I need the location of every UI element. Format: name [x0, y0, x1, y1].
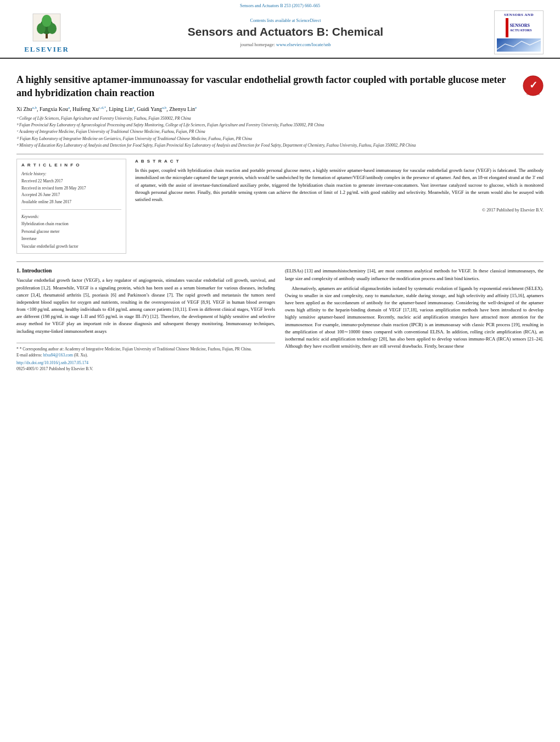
keyword-2: Personal glucose meter: [21, 228, 121, 236]
email-link[interactable]: hfxu84@163.com: [43, 353, 73, 358]
info-abstract-columns: A R T I C L E I N F O Article history: R…: [16, 154, 544, 254]
abstract-header: A B S T R A C T: [135, 159, 544, 164]
authors-line: Xi Zhua,b, Fangxia Koua, Huifeng Xuc,d,*…: [16, 105, 544, 112]
keyword-1: Hybridization chain reaction: [21, 220, 121, 228]
footnote-star: * * Corresponding author at: Academy of …: [16, 346, 275, 352]
publisher-line: 0925-4005/© 2017 Published by Elsevier B…: [16, 366, 275, 371]
sensors-actuators-block: SENSORS ACTUATORS: [506, 18, 531, 37]
footnote-email: E-mail address: hfxu84@163.com (H. Xu).: [16, 352, 275, 358]
elsevier-logo: ELSEVIER: [16, 11, 77, 54]
svg-point-5: [42, 15, 52, 27]
sciencedirect-link[interactable]: ScienceDirect: [296, 18, 321, 23]
email-label: E-mail address:: [16, 353, 42, 358]
abstract-text: In this paper, coupled with hybridizatio…: [135, 167, 544, 203]
section-num: 1.: [16, 267, 21, 274]
sensors-line2: ACTUATORS: [509, 28, 531, 32]
body-left-column: 1. Introduction Vascular endothelial gro…: [16, 267, 275, 371]
sensors-actuators-logo: SENSORS AND SENSORS ACTUATORS: [494, 10, 544, 54]
intro-body-text: Vascular endothelial growth factor (VEGF…: [16, 277, 275, 334]
sensors-chart-icon: [497, 38, 541, 52]
right-para1: (ELISAs) [13] and immunohistochemistry […: [285, 267, 544, 282]
affil-b: ᵇ Fujian Provincial Key Laboratory of Ag…: [16, 122, 544, 128]
elsevier-tree-icon: [30, 11, 63, 44]
affiliations: ᵃ College of Life Sciences, Fujian Agric…: [16, 115, 544, 148]
journal-title-area: Contents lists available at ScienceDirec…: [77, 18, 494, 47]
svg-text:CrossMark: CrossMark: [527, 92, 540, 96]
doi-line: http://dx.doi.org/10.1016/j.snb.2017.05.…: [16, 360, 275, 365]
history-label: Article history:: [21, 171, 121, 178]
intro-section-title: 1. Introduction: [16, 267, 275, 274]
journal-homepage: journal homepage: www.elsevier.com/locat…: [88, 42, 483, 47]
article-history: Article history: Received 22 March 2017 …: [21, 171, 121, 210]
article-title-section: A highly sensitive aptamer-immunoassay f…: [16, 73, 544, 100]
body-right-column: (ELISAs) [13] and immunohistochemistry […: [285, 267, 544, 371]
footnote-area: * * Corresponding author at: Academy of …: [16, 343, 275, 372]
body-columns: 1. Introduction Vascular endothelial gro…: [16, 261, 544, 371]
accepted-date: Accepted 26 June 2017: [21, 192, 121, 199]
doi-link[interactable]: http://dx.doi.org/10.1016/j.snb.2017.05.…: [16, 360, 88, 365]
doi-top: Sensors and Actuators B 253 (2017) 660–6…: [16, 3, 544, 8]
affil-d: ᴰ Fujian Key Laboratory of Integrative M…: [16, 136, 544, 142]
article-info-box: A R T I C L E I N F O Article history: R…: [16, 159, 126, 254]
keywords-section: Keywords: Hybridization chain reaction P…: [21, 213, 121, 250]
sensors-red-bar: [506, 18, 508, 37]
sensors-logo-inner: SENSORS AND SENSORS ACTUATORS: [497, 13, 541, 52]
abstract-column: A B S T R A C T In this paper, coupled w…: [135, 159, 544, 254]
affil-a: ᵃ College of Life Sciences, Fujian Agric…: [16, 115, 544, 121]
article-info-header: A R T I C L E I N F O: [21, 163, 121, 168]
email-suffix: (H. Xu).: [74, 353, 88, 358]
header-middle: ELSEVIER Contents lists available at Sci…: [16, 10, 544, 54]
sensors-line1: SENSORS: [509, 23, 531, 29]
article-info-column: A R T I C L E I N F O Article history: R…: [16, 159, 126, 254]
crossmark-icon[interactable]: ✓ CrossMark: [523, 75, 544, 96]
journal-title: Sensors and Actuators B: Chemical: [88, 25, 483, 38]
abstract-copyright: © 2017 Published by Elsevier B.V.: [135, 208, 544, 213]
footnote-star-text: * Corresponding author at: Academy of In…: [20, 347, 252, 352]
elsevier-text: ELSEVIER: [24, 45, 69, 54]
contents-text: Contents lists available at: [250, 18, 295, 23]
intro-para1: Vascular endothelial growth factor (VEGF…: [16, 277, 275, 334]
sensors-image-area: [497, 38, 541, 52]
available-date: Available online 28 June 2017: [21, 199, 121, 206]
keyword-3: Invertase: [21, 235, 121, 243]
keyword-4: Vascular endothelial growth factor: [21, 243, 121, 250]
page: Sensors and Actuators B 253 (2017) 660–6…: [0, 0, 560, 742]
received-date: Received 22 March 2017: [21, 178, 121, 185]
affil-c: ᶜ Academy of Integrative Medicine, Fujia…: [16, 129, 544, 135]
article-title: A highly sensitive aptamer-immunoassay f…: [16, 73, 523, 100]
affil-e: ᵉ Ministry of Education Key Laboratory o…: [16, 142, 544, 148]
doi-text: Sensors and Actuators B 253 (2017) 660–6…: [240, 3, 320, 8]
right-para2: Alternatively, aptamers are artificial o…: [285, 285, 544, 350]
revised-date: Received in revised form 28 May 2017: [21, 185, 121, 192]
keywords-label: Keywords:: [21, 213, 121, 221]
intro-right-text: (ELISAs) [13] and immunohistochemistry […: [285, 267, 544, 350]
homepage-link[interactable]: www.elsevier.com/locate/snb: [276, 42, 331, 47]
journal-header: Sensors and Actuators B 253 (2017) 660–6…: [0, 0, 560, 59]
sensors-top-text: SENSORS AND: [504, 13, 534, 17]
section-title-text: Introduction: [22, 267, 52, 274]
sensors-text-area: SENSORS ACTUATORS: [509, 23, 531, 32]
content-area: A highly sensitive aptamer-immunoassay f…: [0, 59, 560, 377]
svg-text:✓: ✓: [529, 80, 537, 91]
